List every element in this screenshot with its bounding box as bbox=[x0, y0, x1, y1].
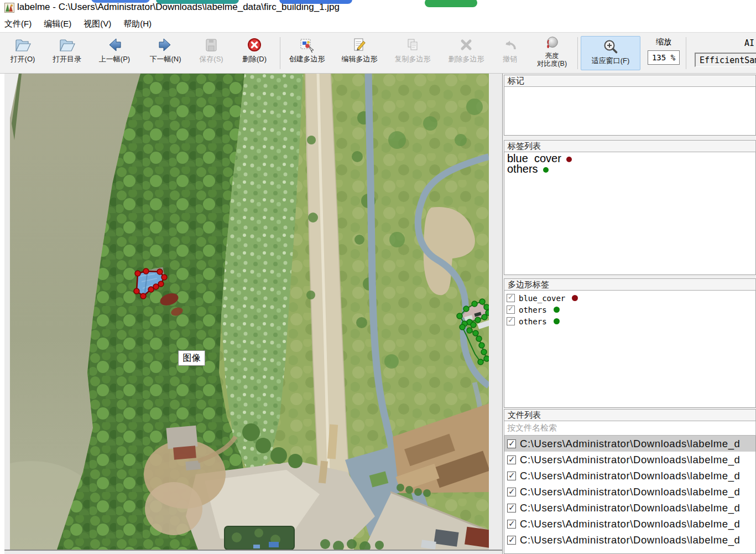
ai-model-select[interactable]: EfficientSam bbox=[695, 53, 756, 67]
annotation-layer[interactable] bbox=[10, 74, 489, 550]
polygon-label-text: others bbox=[519, 306, 547, 314]
file-checkbox[interactable] bbox=[507, 504, 516, 512]
polygon-label-item[interactable]: blue_cover bbox=[504, 292, 755, 304]
polygon-label-item[interactable]: others bbox=[504, 304, 755, 315]
toolbar: 打开(O) 打开目录 上一幅(P) 下一幅(N) 保存(S) 删除(D) bbox=[0, 32, 756, 74]
edit-polygon-icon bbox=[351, 35, 368, 55]
label-list-header: 标签列表 bbox=[504, 140, 756, 152]
file-path: C:\Users\Administrator\Downloads\labelme… bbox=[520, 502, 740, 514]
canvas-area[interactable]: 图像 bbox=[4, 74, 502, 554]
polygon-label-item[interactable]: others bbox=[504, 315, 755, 327]
file-checkbox[interactable] bbox=[507, 455, 516, 464]
polygon-checkbox[interactable] bbox=[507, 306, 515, 314]
delete-button[interactable]: 删除(D) bbox=[236, 35, 273, 71]
canvas-border bbox=[4, 550, 502, 551]
zoom-group: 缩放 135 % bbox=[646, 37, 681, 65]
toolbar-separator bbox=[577, 37, 578, 69]
file-checkbox[interactable] bbox=[507, 488, 516, 496]
clipped-pill-teal bbox=[156, 0, 239, 4]
file-checkbox[interactable] bbox=[507, 536, 516, 545]
undo-button[interactable]: 撤销 bbox=[497, 35, 523, 71]
file-path: C:\Users\Administrator\Downloads\labelme… bbox=[520, 438, 740, 450]
open-dir-icon bbox=[58, 35, 76, 55]
zoom-spinbox[interactable]: 135 % bbox=[648, 50, 680, 65]
arrow-right-icon bbox=[157, 35, 174, 55]
flags-header: 标记 bbox=[504, 75, 756, 87]
delete-circle-icon bbox=[246, 35, 263, 55]
file-list-header: 文件列表 bbox=[504, 409, 756, 421]
polygon-checkbox[interactable] bbox=[507, 317, 515, 325]
zoom-label: 缩放 bbox=[656, 37, 671, 47]
file-path: C:\Users\Administrator\Downloads\labelme… bbox=[520, 518, 740, 530]
label-list[interactable]: blue_cover others bbox=[504, 152, 756, 275]
polygon-color-dot bbox=[554, 307, 560, 313]
fit-window-icon bbox=[602, 37, 619, 56]
create-polygon-button[interactable]: 创建多边形 bbox=[284, 35, 330, 71]
polygon-color-dot bbox=[554, 318, 560, 324]
file-path: C:\Users\Administrator\Downloads\labelme… bbox=[520, 454, 740, 466]
create-polygon-icon bbox=[298, 35, 316, 55]
polygon-label-text: others bbox=[519, 317, 547, 326]
file-row[interactable]: C:\Users\Administrator\Downloads\labelme… bbox=[504, 468, 755, 484]
label-color-dot bbox=[566, 157, 572, 162]
menu-item[interactable]: 视图(V) bbox=[84, 19, 111, 29]
open-dir-button[interactable]: 打开目录 bbox=[46, 35, 87, 71]
open-button[interactable]: 打开(O) bbox=[7, 35, 39, 71]
clipped-pill-blue-1 bbox=[91, 0, 150, 3]
file-row[interactable]: C:\Users\Administrator\Downloads\labelme… bbox=[504, 500, 755, 516]
label-list-item[interactable]: others bbox=[504, 163, 755, 173]
file-row[interactable]: C:\Users\Administrator\Downloads\labelme… bbox=[504, 436, 755, 452]
file-list[interactable]: C:\Users\Administrator\Downloads\labelme… bbox=[504, 436, 756, 554]
menu-item[interactable]: 帮助(H) bbox=[123, 19, 152, 29]
arrow-left-icon bbox=[106, 35, 123, 55]
gray-cross-icon bbox=[457, 35, 475, 55]
file-path: C:\Users\Administrator\Downloads\labelme… bbox=[520, 470, 740, 482]
clipped-pill-green bbox=[425, 0, 477, 7]
undo-icon bbox=[501, 35, 519, 55]
polygon-label-text: blue_cover bbox=[519, 294, 565, 303]
open-folder-icon bbox=[14, 35, 32, 55]
label-list-item[interactable]: blue_cover bbox=[504, 152, 755, 163]
polygon-checkbox[interactable] bbox=[507, 294, 515, 302]
file-row[interactable]: C:\Users\Administrator\Downloads\labelme… bbox=[504, 484, 755, 500]
flags-list[interactable] bbox=[504, 87, 756, 136]
menu-item[interactable]: 编辑(E) bbox=[44, 19, 71, 29]
aerial-photo[interactable]: 图像 bbox=[10, 74, 489, 550]
floppy-icon bbox=[202, 35, 220, 55]
file-path: C:\Users\Administrator\Downloads\labelme… bbox=[520, 486, 740, 498]
label-text: blue_cover bbox=[507, 152, 561, 163]
fit-window-button[interactable]: 适应窗口(F) bbox=[581, 36, 640, 70]
brightness-contrast-button[interactable]: 亮度 对比度(B) bbox=[528, 35, 576, 71]
file-checkbox[interactable] bbox=[507, 472, 516, 480]
menu-bar: 文件(F) 编辑(E) 视图(V) 帮助(H) bbox=[0, 15, 756, 32]
polygon-labels-header: 多边形标签 bbox=[504, 278, 756, 291]
labelme-app-icon bbox=[4, 3, 14, 13]
copy-icon bbox=[404, 35, 421, 55]
clipped-pill-blue-2 bbox=[279, 0, 352, 4]
copy-polygon-button[interactable]: 复制多边形 bbox=[387, 35, 438, 71]
file-checkbox[interactable] bbox=[507, 439, 516, 448]
delete-polygon-button[interactable]: 删除多边形 bbox=[440, 35, 492, 71]
toolbar-separator bbox=[280, 37, 280, 69]
polygon-label-list[interactable]: blue_cover others others bbox=[504, 291, 756, 408]
toolbar-separator bbox=[686, 37, 686, 69]
label-text: others bbox=[507, 163, 538, 173]
file-path: C:\Users\Administrator\Downloads\labelme… bbox=[520, 534, 740, 546]
right-panel: 标记 标签列表 blue_cover others 多边形标签 blue_cov… bbox=[502, 74, 756, 554]
ai-label: AI bbox=[744, 38, 754, 48]
file-search-input[interactable]: 按文件名检索 bbox=[504, 421, 756, 436]
brightness-icon bbox=[543, 35, 561, 51]
save-button[interactable]: 保存(S) bbox=[194, 35, 229, 71]
polygon-color-dot bbox=[572, 295, 578, 301]
label-color-dot bbox=[543, 167, 549, 173]
prev-image-button[interactable]: 上一幅(P) bbox=[91, 35, 138, 71]
canvas-tooltip: 图像 bbox=[178, 350, 205, 366]
file-row[interactable]: C:\Users\Administrator\Downloads\labelme… bbox=[504, 516, 755, 532]
file-row[interactable]: C:\Users\Administrator\Downloads\labelme… bbox=[504, 532, 755, 548]
file-checkbox[interactable] bbox=[507, 520, 516, 529]
file-row[interactable]: C:\Users\Administrator\Downloads\labelme… bbox=[504, 452, 755, 468]
next-image-button[interactable]: 下一幅(N) bbox=[142, 35, 189, 71]
edit-polygon-button[interactable]: 编辑多边形 bbox=[335, 35, 384, 71]
menu-item[interactable]: 文件(F) bbox=[4, 19, 32, 29]
